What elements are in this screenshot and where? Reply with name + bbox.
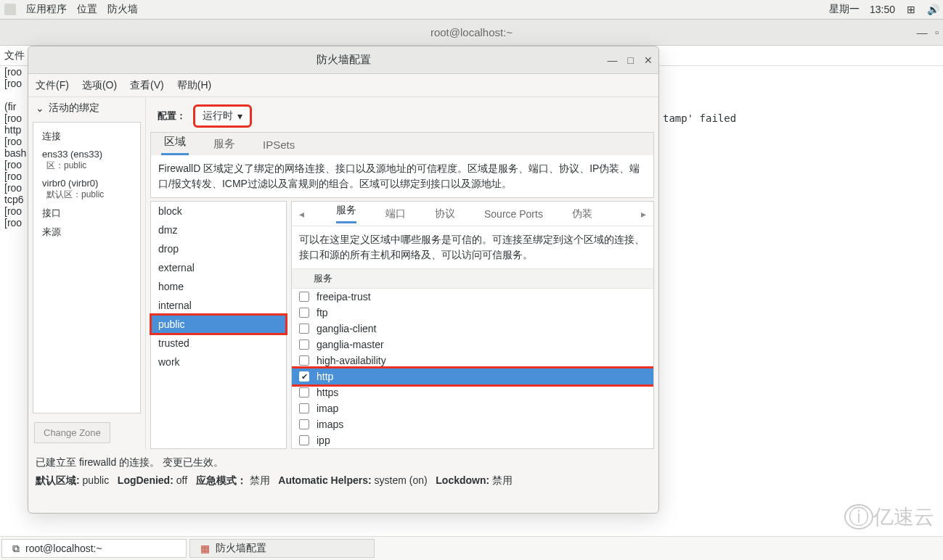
zone-list[interactable]: blockdmzdropexternalhomeinternalpublictr… xyxy=(150,201,287,449)
service-label: ganglia-master xyxy=(317,339,384,350)
sources-label: 来源 xyxy=(38,223,136,242)
bottom-taskbar: ⧉ root@localhost:~ ▦ 防火墙配置 xyxy=(0,536,943,560)
chevron-down-icon: ⌄ xyxy=(36,102,44,114)
minimize-icon[interactable]: — xyxy=(608,54,618,66)
active-bindings-accordion[interactable]: ⌄ 活动的绑定 xyxy=(28,97,145,119)
zone-item-work[interactable]: work xyxy=(151,353,286,371)
shield-icon: ▦ xyxy=(200,543,210,554)
terminal-fragment: tamp' failed xyxy=(663,112,736,124)
checkbox[interactable]: ✔ xyxy=(299,371,309,382)
subtab-protocols[interactable]: 协议 xyxy=(435,207,455,221)
service-row-ftp[interactable]: ftp xyxy=(292,305,653,321)
binding-ens33[interactable]: ens33 (ens33) 区：public xyxy=(38,146,136,175)
service-label: https xyxy=(317,387,338,398)
service-row-ipp[interactable]: ipp xyxy=(292,432,653,448)
service-label: imap xyxy=(317,403,338,414)
zone-item-external[interactable]: external xyxy=(151,258,286,277)
gnome-top-panel: 应用程序 位置 防火墙 星期一 13:50 ⊞ 🔊 xyxy=(0,0,943,20)
services-list[interactable]: freeipa-trustftpganglia-clientganglia-ma… xyxy=(292,289,653,448)
subtab-services[interactable]: 服务 xyxy=(336,204,356,223)
zone-detail: ◂ 服务 端口 协议 Source Ports 伪装 ▸ 可以在这里定义区域中哪… xyxy=(291,201,654,449)
bindings-list[interactable]: 连接 ens33 (ens33) 区：public virbr0 (virbr0… xyxy=(33,122,141,413)
service-label: ganglia-client xyxy=(317,323,377,334)
zone-item-public[interactable]: public xyxy=(151,315,286,334)
checkbox[interactable] xyxy=(299,292,309,302)
zone-subtabs: ◂ 服务 端口 协议 Source Ports 伪装 ▸ xyxy=(292,202,653,226)
services-description: 可以在这里定义区域中哪些服务是可信的。可连接至绑定到这个区域的连接、接口和源的所… xyxy=(292,226,653,269)
service-row-high-availability[interactable]: high-availability xyxy=(292,353,653,368)
firewall-menu[interactable]: 防火墙 xyxy=(107,3,138,16)
subtab-ports[interactable]: 端口 xyxy=(385,207,406,221)
terminal-titlebar: root@localhost:~ — ▫ xyxy=(0,20,943,46)
service-label: http xyxy=(317,371,333,382)
task-terminal[interactable]: ⧉ root@localhost:~ xyxy=(1,539,187,558)
service-row-ganglia-master[interactable]: ganglia-master xyxy=(292,337,653,353)
fw-titlebar[interactable]: 防火墙配置 — □ ✕ xyxy=(28,46,658,74)
zone-item-dmz[interactable]: dmz xyxy=(151,221,286,239)
service-row-ganglia-client[interactable]: ganglia-client xyxy=(292,321,653,337)
service-label: ipp xyxy=(317,435,330,446)
tab-zone[interactable]: 区域 xyxy=(161,131,189,155)
fw-title: 防火墙配置 xyxy=(317,53,371,67)
service-row-imaps[interactable]: imaps xyxy=(292,416,653,432)
terminal-menu-file[interactable]: 文件 xyxy=(4,49,25,62)
network-icon[interactable]: ⊞ xyxy=(905,4,917,15)
checkbox[interactable] xyxy=(299,419,309,429)
service-row-freeipa-trust[interactable]: freeipa-trust xyxy=(292,289,653,305)
menu-view[interactable]: 查看(V) xyxy=(130,79,164,92)
fw-sidebar: ⌄ 活动的绑定 连接 ens33 (ens33) 区：public virbr0… xyxy=(28,97,146,449)
zone-item-drop[interactable]: drop xyxy=(151,239,286,258)
checkbox[interactable] xyxy=(299,435,309,445)
zone-item-home[interactable]: home xyxy=(151,277,286,296)
volume-icon[interactable]: 🔊 xyxy=(927,4,939,15)
places-menu[interactable]: 位置 xyxy=(77,3,97,16)
tab-service[interactable]: 服务 xyxy=(211,133,238,155)
zone-item-trusted[interactable]: trusted xyxy=(151,334,286,353)
config-label: 配置： xyxy=(158,110,186,123)
checkbox[interactable] xyxy=(299,308,309,318)
zone-item-block[interactable]: block xyxy=(151,202,286,221)
apps-menu[interactable]: 应用程序 xyxy=(26,3,67,16)
menu-file[interactable]: 文件(F) xyxy=(36,79,69,92)
fw-main: 配置： 运行时 ▾ 区域 服务 IPSets FirewallD 区域定义了绑定… xyxy=(146,97,658,449)
checkbox[interactable] xyxy=(299,387,309,398)
change-zone-button[interactable]: Change Zone xyxy=(34,422,110,443)
maximize-icon[interactable]: □ xyxy=(628,54,634,66)
service-label: ftp xyxy=(317,307,328,318)
tab-ipsets[interactable]: IPSets xyxy=(260,134,298,155)
connections-label: 连接 xyxy=(38,127,136,146)
interfaces-label: 接口 xyxy=(38,204,136,223)
menu-help[interactable]: 帮助(H) xyxy=(177,79,211,92)
firewall-config-window: 防火墙配置 — □ ✕ 文件(F) 选项(O) 查看(V) 帮助(H) ⌄ 活动… xyxy=(28,46,659,514)
fw-tabs: 区域 服务 IPSets xyxy=(150,132,654,155)
checkbox[interactable] xyxy=(299,324,309,334)
subtab-sourceports[interactable]: Source Ports xyxy=(484,208,543,220)
service-label: freeipa-trust xyxy=(317,291,371,302)
service-row-imap[interactable]: imap xyxy=(292,400,653,416)
service-label: high-availability xyxy=(317,355,386,366)
time-label: 13:50 xyxy=(870,4,895,15)
minimize-icon[interactable]: — xyxy=(917,26,928,38)
checkbox[interactable] xyxy=(299,403,309,413)
binding-virbr0[interactable]: virbr0 (virbr0) 默认区：public xyxy=(38,175,136,204)
config-dropdown[interactable]: 运行时 ▾ xyxy=(193,104,252,128)
zone-description: FirewallD 区域定义了绑定的网络连接、接口以及源地址的可信程度。区域是服… xyxy=(150,155,654,198)
task-firewall[interactable]: ▦ 防火墙配置 xyxy=(189,539,375,558)
activities-icon[interactable] xyxy=(4,4,16,15)
close-icon[interactable]: ✕ xyxy=(644,54,653,66)
arrow-right-icon[interactable]: ▸ xyxy=(638,208,649,220)
zone-item-internal[interactable]: internal xyxy=(151,296,286,315)
subtab-masquerade[interactable]: 伪装 xyxy=(572,207,592,221)
service-row-https[interactable]: https xyxy=(292,384,653,400)
arrow-left-icon[interactable]: ◂ xyxy=(296,208,307,220)
service-row-http[interactable]: ✔http xyxy=(292,368,653,384)
menu-options[interactable]: 选项(O) xyxy=(82,79,117,92)
terminal-title: root@localhost:~ xyxy=(430,26,513,38)
terminal-icon: ⧉ xyxy=(12,543,20,555)
checkbox[interactable] xyxy=(299,339,309,350)
fw-menubar: 文件(F) 选项(O) 查看(V) 帮助(H) xyxy=(28,74,658,97)
maximize-icon[interactable]: ▫ xyxy=(935,26,939,38)
watermark-logo: ⓘ亿速云 xyxy=(844,503,934,531)
fw-statusbar: 已建立至 firewalld 的连接。 变更已生效。 默认区域: public … xyxy=(28,449,658,494)
checkbox[interactable] xyxy=(299,355,309,366)
